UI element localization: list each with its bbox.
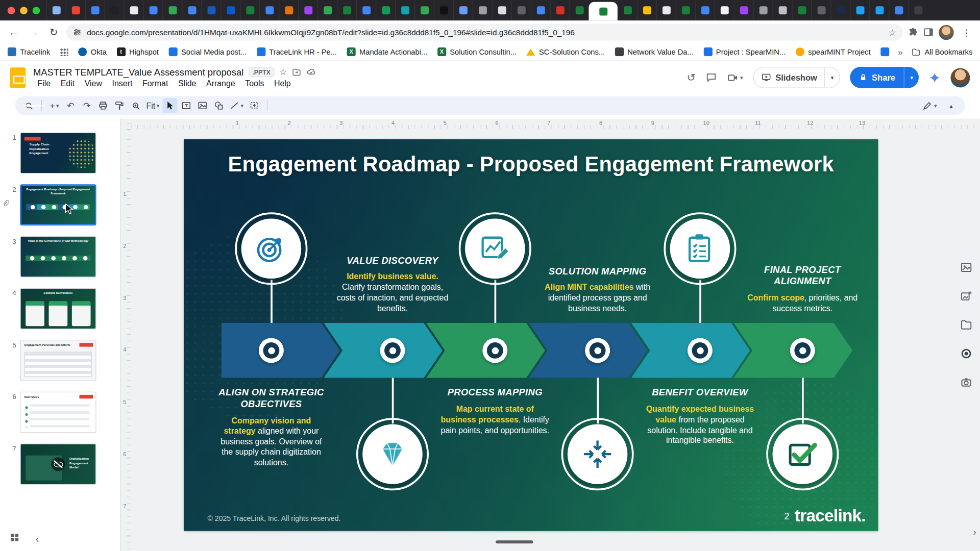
menu-view[interactable]: View: [80, 78, 106, 88]
tracelink-logo[interactable]: tracelink.: [795, 507, 866, 526]
browser-tab[interactable]: [792, 0, 811, 20]
browser-tab[interactable]: [124, 0, 143, 20]
browser-tab[interactable]: [85, 0, 105, 20]
slideshow-dropdown-chevron[interactable]: ▾: [825, 67, 840, 87]
browser-tab[interactable]: [637, 0, 656, 20]
star-icon[interactable]: ☆: [279, 67, 287, 77]
reload-icon[interactable]: ↻: [46, 24, 61, 39]
browser-tab[interactable]: [66, 0, 85, 20]
browser-menu-kebab-icon[interactable]: ⋮: [959, 24, 973, 39]
slide-thumbnail[interactable]: Supply Chain Digitalization Engagement: [20, 133, 96, 174]
step-text[interactable]: PROCESS MAPPINGMap current state of busi…: [439, 387, 551, 482]
bookmark-item[interactable]: XSolution Consultin...: [437, 47, 517, 56]
profile-avatar[interactable]: [950, 68, 970, 87]
slide-thumbnail[interactable]: Value is the Cornerstone of Our Methodol…: [20, 236, 96, 278]
browser-tab[interactable]: [511, 0, 531, 20]
step-icon-circle[interactable]: [766, 418, 839, 490]
gemini-icon[interactable]: [929, 71, 941, 83]
slideshow-button[interactable]: Slideshow ▾: [753, 67, 840, 88]
browser-tab[interactable]: [830, 0, 850, 20]
step-text[interactable]: VALUE DISCOVERYIdentify business value. …: [336, 226, 449, 314]
browser-tab[interactable]: [811, 0, 830, 20]
minimize-window-icon[interactable]: [20, 7, 28, 14]
browser-tab[interactable]: [453, 0, 473, 20]
zoom-icon[interactable]: [128, 98, 143, 113]
chevron-node[interactable]: [482, 338, 507, 363]
slide-page-number[interactable]: 2: [784, 510, 789, 521]
browser-tab[interactable]: [676, 0, 695, 20]
extensions-puzzle-icon[interactable]: [908, 27, 918, 38]
chevron-node[interactable]: [790, 338, 815, 363]
chevron-node[interactable]: [380, 338, 405, 363]
bookmark-star-icon[interactable]: ☆: [889, 27, 896, 37]
browser-profile-avatar[interactable]: [939, 24, 953, 39]
browser-tab[interactable]: [395, 0, 414, 20]
slide-thumbnail[interactable]: Next Steps: [20, 392, 96, 433]
browser-tab[interactable]: [850, 0, 869, 20]
browser-tab[interactable]: [356, 0, 376, 20]
fullscreen-window-icon[interactable]: [33, 7, 40, 14]
menu-insert[interactable]: Insert: [108, 78, 137, 88]
browser-tab[interactable]: [279, 0, 298, 20]
browser-tab[interactable]: [317, 0, 337, 20]
insert-image-icon[interactable]: [195, 98, 210, 113]
chevron-node[interactable]: [585, 338, 610, 363]
bookmark-item[interactable]: tHighspot: [116, 47, 159, 56]
browser-tab[interactable]: [240, 0, 259, 20]
horizontal-scrollbar[interactable]: [496, 540, 533, 543]
menu-format[interactable]: Format: [138, 78, 173, 88]
bookmark-item[interactable]: spearMINT Project: [796, 47, 871, 56]
slide-thumbnail[interactable]: Engagement Personas and Efforts: [20, 340, 96, 381]
folder-icon[interactable]: [960, 318, 972, 333]
bookmark-item[interactable]: XMandate Actionabi...: [347, 47, 428, 56]
insert-line-icon[interactable]: ▾: [228, 98, 246, 113]
browser-tab[interactable]: [143, 0, 162, 20]
bookmark-item[interactable]: Project : SpearMIN...: [703, 47, 786, 56]
paint-format-icon[interactable]: [112, 98, 127, 113]
document-title[interactable]: MASTER TEMPLATE_Value Assessment proposa…: [33, 66, 243, 77]
bookmark-item[interactable]: Okta: [78, 47, 107, 56]
collapse-toolbar-chevron-icon[interactable]: ▴: [944, 98, 959, 113]
share-button[interactable]: Share ▾: [850, 67, 919, 88]
browser-tab[interactable]: [772, 0, 792, 20]
step-text[interactable]: BENEFIT OVERVIEWQuantify expected busine…: [644, 387, 756, 482]
version-history-icon[interactable]: ↺: [687, 71, 696, 84]
browser-tab[interactable]: [695, 0, 715, 20]
url-text[interactable]: docs.google.com/presentation/d/1HMqat-ux…: [87, 28, 884, 36]
slide-thumbnail[interactable]: Digitalization Engagement Model: [20, 443, 96, 485]
browser-tab[interactable]: [531, 0, 550, 20]
bookmark-item[interactable]: Taking supplier col...: [880, 47, 889, 56]
bookmarks-overflow-chevron[interactable]: »: [893, 47, 908, 57]
browser-tab[interactable]: [908, 0, 927, 20]
url-bar[interactable]: docs.google.com/presentation/d/1HMqat-ux…: [66, 24, 902, 41]
google-slides-logo-icon[interactable]: [10, 67, 26, 88]
add-image-icon[interactable]: [960, 290, 972, 305]
share-dropdown-chevron[interactable]: ▾: [904, 67, 919, 88]
browser-tab[interactable]: [46, 0, 66, 20]
zoom-select[interactable]: Fit▾: [144, 98, 161, 113]
step-text[interactable]: SOLUTION MAPPINGAlign MINT capabilities …: [541, 226, 653, 314]
bookmark-item[interactable]: Tracelink: [8, 47, 51, 56]
meet-camera-icon[interactable]: ▾: [727, 71, 743, 83]
bookmark-item[interactable]: TraceLink HR - Pe...: [257, 47, 337, 56]
bookmark-item[interactable]: [60, 48, 68, 56]
image-icon[interactable]: [960, 261, 972, 276]
step-icon-circle[interactable]: [459, 212, 531, 285]
redo-icon[interactable]: ↷: [80, 98, 94, 113]
grid-view-icon[interactable]: [10, 533, 19, 544]
cloud-saved-icon[interactable]: [306, 67, 316, 77]
forward-icon[interactable]: →: [26, 24, 41, 39]
slide-thumbnail[interactable]: Engagement Roadmap - Proposed Engagement…: [20, 184, 96, 226]
bookmark-item[interactable]: SC-Solution Cons...: [527, 47, 605, 56]
browser-tab[interactable]: [337, 0, 356, 20]
chevron-down-icon[interactable]: ▾: [740, 74, 743, 81]
chevron-node[interactable]: [688, 338, 713, 363]
browser-tab[interactable]: [220, 0, 240, 20]
close-window-icon[interactable]: [8, 7, 15, 14]
expand-chevron-icon[interactable]: ›: [973, 527, 976, 537]
browser-tab[interactable]: [889, 0, 908, 20]
browser-tab[interactable]: [492, 0, 511, 20]
slide-footer-copyright[interactable]: © 2025 TraceLink, Inc. All rights reserv…: [208, 515, 341, 522]
browser-tab[interactable]: [618, 0, 637, 20]
browser-tab[interactable]: [570, 0, 589, 20]
